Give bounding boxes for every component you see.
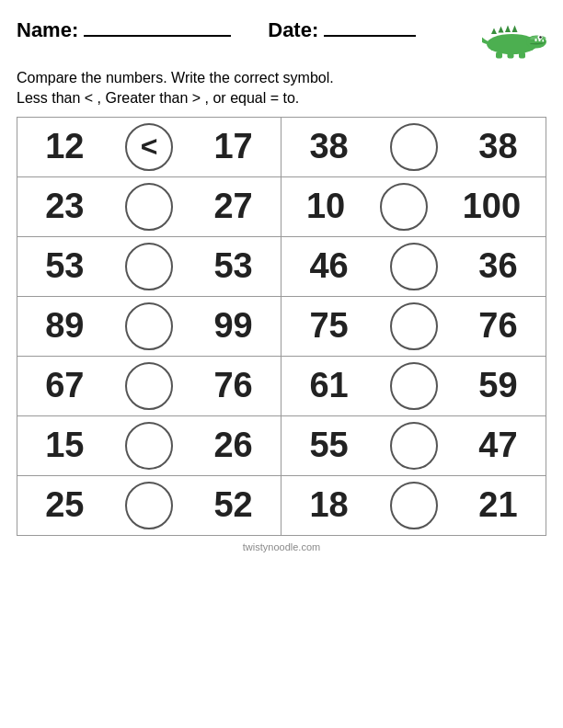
grid-row: 89997576: [17, 297, 546, 357]
svg-point-3: [539, 36, 542, 39]
name-underline[interactable]: [84, 17, 231, 37]
symbol-circle[interactable]: [125, 183, 173, 231]
symbol-circle[interactable]: [125, 482, 173, 529]
date-label: Date:: [268, 18, 318, 42]
svg-rect-6: [543, 40, 545, 42]
svg-marker-10: [512, 26, 518, 33]
symbol-circle[interactable]: [125, 243, 173, 290]
number-right: 26: [213, 426, 252, 465]
grid-half-right-1: 10100: [282, 177, 546, 236]
symbol-circle[interactable]: <: [125, 123, 173, 171]
svg-rect-13: [519, 52, 525, 59]
grid-row: 53534636: [17, 237, 546, 297]
number-right: 21: [478, 485, 517, 525]
footer-text: twistynoodle.com: [17, 541, 546, 552]
number-left: 12: [45, 127, 84, 166]
alligator-icon: [482, 12, 546, 63]
number-left: 75: [309, 306, 348, 346]
svg-rect-12: [508, 52, 514, 59]
number-left: 10: [306, 187, 345, 226]
grid-row: 15265547: [17, 416, 546, 476]
number-right: 52: [213, 485, 252, 525]
number-right: 17: [213, 127, 252, 166]
instructions: Compare the numbers. Write the correct s…: [17, 68, 546, 109]
symbol-circle[interactable]: [390, 243, 438, 290]
grid-half-left-2: 5353: [17, 237, 282, 296]
grid-half-left-5: 1526: [17, 416, 282, 475]
grid-half-right-4: 6159: [282, 357, 546, 415]
number-left: 46: [309, 246, 348, 286]
comparison-grid: 12<1738382327101005353463689997576677661…: [17, 117, 546, 536]
svg-marker-8: [499, 27, 504, 33]
number-left: 61: [309, 366, 348, 405]
number-right: 36: [478, 246, 517, 286]
number-right: 76: [213, 366, 252, 405]
number-left: 38: [309, 127, 348, 166]
grid-row: 12<173838: [17, 118, 546, 177]
symbol-circle[interactable]: [125, 302, 173, 350]
grid-row: 232710100: [17, 177, 546, 237]
svg-rect-11: [496, 52, 502, 59]
number-right: 53: [213, 246, 252, 286]
grid-half-left-6: 2552: [17, 476, 282, 535]
number-left: 67: [45, 366, 84, 405]
number-left: 25: [45, 485, 84, 525]
grid-row: 67766159: [17, 357, 546, 416]
grid-half-left-0: 12<17: [17, 118, 282, 176]
svg-rect-5: [539, 39, 541, 41]
number-right: 59: [478, 366, 517, 405]
number-left: 89: [45, 306, 84, 346]
number-left: 23: [45, 187, 84, 226]
svg-marker-7: [491, 28, 497, 35]
svg-rect-4: [535, 39, 537, 41]
grid-half-right-2: 4636: [282, 237, 546, 296]
symbol-circle[interactable]: [380, 183, 428, 231]
grid-half-left-1: 2327: [17, 177, 282, 236]
number-right: 100: [463, 187, 521, 226]
number-right: 38: [478, 127, 517, 166]
number-left: 55: [309, 426, 348, 465]
grid-half-right-0: 3838: [282, 118, 546, 176]
name-label: Name:: [17, 18, 78, 42]
symbol-circle[interactable]: [390, 422, 438, 470]
number-left: 18: [309, 485, 348, 525]
date-underline[interactable]: [324, 17, 416, 37]
symbol-circle[interactable]: [125, 422, 173, 470]
grid-half-left-4: 6776: [17, 357, 282, 415]
symbol-circle[interactable]: [390, 302, 438, 350]
number-right: 99: [213, 306, 252, 346]
symbol-circle[interactable]: [390, 362, 438, 410]
grid-half-right-6: 1821: [282, 476, 546, 535]
number-left: 15: [45, 426, 84, 465]
grid-half-right-5: 5547: [282, 416, 546, 475]
grid-half-right-3: 7576: [282, 297, 546, 356]
symbol-circle[interactable]: [390, 123, 438, 171]
number-right: 76: [478, 306, 517, 346]
symbol-circle[interactable]: [390, 482, 438, 529]
number-right: 27: [213, 187, 252, 226]
symbol-circle[interactable]: [125, 362, 173, 410]
number-left: 53: [45, 246, 84, 286]
number-right: 47: [478, 426, 517, 465]
svg-marker-9: [505, 26, 511, 33]
grid-half-left-3: 8999: [17, 297, 282, 356]
grid-row: 25521821: [17, 476, 546, 535]
